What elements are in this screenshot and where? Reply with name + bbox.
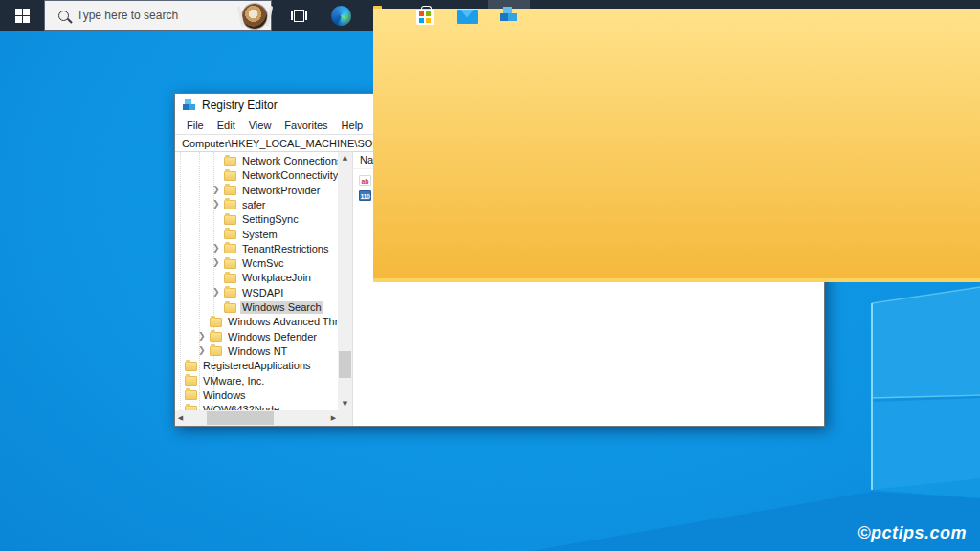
folder-icon bbox=[224, 171, 236, 181]
folder-icon bbox=[210, 332, 222, 342]
tree-vertical-scrollbar[interactable]: ▲ ▼ bbox=[338, 152, 352, 410]
tree-item-windows-advanced-threa[interactable]: Windows Advanced Threa bbox=[175, 315, 338, 329]
menu-edit[interactable]: Edit bbox=[211, 118, 242, 133]
folder-icon bbox=[185, 390, 197, 400]
expand-chevron-icon[interactable]: ❯ bbox=[212, 257, 220, 267]
tree-item-label[interactable]: WorkplaceJoin bbox=[240, 272, 313, 284]
scrollbar-thumb[interactable] bbox=[207, 411, 274, 425]
tree-item-windows[interactable]: Windows bbox=[175, 388, 338, 403]
folder-icon bbox=[224, 244, 236, 253]
menu-view[interactable]: View bbox=[242, 118, 278, 133]
tree-item-windows-defender[interactable]: ❯Windows Defender bbox=[175, 330, 338, 344]
folder-icon bbox=[224, 288, 236, 298]
scrollbar-corner bbox=[338, 410, 352, 426]
tree-item-label[interactable]: Windows NT bbox=[226, 345, 289, 358]
folder-icon bbox=[210, 318, 222, 327]
expand-chevron-icon[interactable]: ❯ bbox=[198, 345, 206, 355]
expand-chevron-icon[interactable]: ❯ bbox=[212, 185, 220, 194]
store-icon bbox=[416, 10, 434, 25]
taskbar-search-box[interactable]: Type here to search bbox=[44, 0, 272, 31]
expand-chevron-icon[interactable]: ❯ bbox=[212, 199, 220, 209]
tree-item-label[interactable]: Windows Advanced Threa bbox=[226, 316, 338, 328]
tree-item-label[interactable]: Windows Defender bbox=[226, 331, 319, 343]
folder-icon bbox=[224, 303, 236, 313]
expand-chevron-icon[interactable]: ❯ bbox=[212, 243, 220, 253]
tree-item-windows-nt[interactable]: ❯Windows NT bbox=[175, 344, 338, 359]
scroll-up-icon[interactable]: ▲ bbox=[338, 155, 352, 162]
folder-icon bbox=[224, 230, 236, 239]
file-explorer-icon bbox=[373, 9, 393, 24]
folder-icon bbox=[224, 157, 236, 166]
folder-icon bbox=[224, 215, 236, 225]
taskbar-pinned-apps bbox=[278, 0, 530, 31]
reg-sz-icon: ab bbox=[359, 175, 371, 186]
tree-item-registeredapplications[interactable]: RegisteredApplications bbox=[175, 359, 338, 373]
tree-item-label[interactable]: Windows bbox=[201, 389, 248, 402]
registry-editor-icon bbox=[183, 99, 196, 112]
tree-item-wcmsvc[interactable]: ❯WcmSvc bbox=[175, 256, 338, 271]
search-highlight-food-icon[interactable] bbox=[242, 4, 267, 29]
folder-icon bbox=[185, 376, 197, 386]
search-icon bbox=[58, 11, 69, 21]
tree-item-label[interactable]: System bbox=[240, 229, 279, 241]
menu-help[interactable]: Help bbox=[335, 118, 370, 133]
edge-button[interactable] bbox=[320, 0, 362, 31]
tree-item-label[interactable]: VMware, Inc. bbox=[201, 375, 266, 387]
tree-item-label[interactable]: NetworkConnectivityS bbox=[240, 169, 338, 182]
tree-item-label[interactable]: RegisteredApplications bbox=[201, 360, 313, 372]
tree-item-safer[interactable]: ❯safer bbox=[175, 198, 338, 212]
reg-dword-icon: 110 bbox=[359, 190, 371, 201]
tree-item-label[interactable]: WcmSvc bbox=[240, 257, 285, 270]
tree-item-label[interactable]: safer bbox=[240, 199, 267, 211]
taskbar: Type here to search bbox=[0, 0, 980, 31]
tree-item-label[interactable]: Network Connections bbox=[240, 155, 338, 167]
tree-item-vmware-inc-[interactable]: VMware, Inc. bbox=[175, 374, 338, 388]
scroll-down-icon[interactable]: ▼ bbox=[338, 401, 352, 408]
tree-item-label[interactable]: NetworkProvider bbox=[240, 185, 322, 197]
folder-icon bbox=[224, 200, 236, 209]
tree-item-workplacejoin[interactable]: WorkplaceJoin bbox=[175, 271, 338, 285]
registry-tree: Network ConnectionsNetworkConnectivityS❯… bbox=[175, 152, 338, 410]
window-title: Registry Editor bbox=[202, 99, 278, 112]
tree-item-wow6432node[interactable]: WOW6432Node bbox=[175, 403, 338, 410]
search-placeholder: Type here to search bbox=[77, 9, 178, 22]
menu-file[interactable]: File bbox=[180, 118, 211, 133]
tree-item-system[interactable]: System bbox=[175, 228, 338, 242]
folder-icon bbox=[224, 259, 236, 269]
tree-item-wsdapi[interactable]: ❯WSDAPI bbox=[175, 286, 338, 300]
tree-item-networkprovider[interactable]: ❯NetworkProvider bbox=[175, 184, 338, 198]
start-button[interactable] bbox=[0, 0, 44, 31]
tree-item-settingsync[interactable]: SettingSync bbox=[175, 212, 338, 227]
task-view-icon bbox=[291, 9, 307, 23]
folder-icon bbox=[185, 362, 197, 371]
folder-icon bbox=[210, 346, 222, 356]
tree-item-network-connections[interactable]: Network Connections bbox=[175, 154, 338, 168]
windows-logo-icon bbox=[15, 9, 30, 23]
tree-item-label[interactable]: WSDAPI bbox=[240, 287, 285, 299]
registry-tree-pane: Network ConnectionsNetworkConnectivityS❯… bbox=[175, 152, 353, 426]
folder-icon bbox=[224, 274, 236, 283]
watermark: ©pctips.com bbox=[858, 523, 967, 543]
scrollbar-thumb[interactable] bbox=[339, 351, 351, 378]
task-view-button[interactable] bbox=[278, 0, 320, 31]
file-explorer-button[interactable] bbox=[362, 0, 404, 31]
tree-item-label[interactable]: SettingSync bbox=[240, 213, 301, 226]
tree-item-label[interactable]: TenantRestrictions bbox=[240, 243, 331, 255]
scroll-left-icon[interactable]: ◀ bbox=[175, 415, 188, 422]
tree-item-networkconnectivitys[interactable]: NetworkConnectivityS bbox=[175, 168, 338, 183]
tree-item-tenantrestrictions[interactable]: ❯TenantRestrictions bbox=[175, 242, 338, 256]
tree-item-label[interactable]: Windows Search bbox=[240, 301, 323, 314]
registry-editor-icon bbox=[500, 7, 519, 24]
mail-icon bbox=[457, 10, 478, 24]
folder-icon bbox=[224, 186, 236, 195]
tree-item-windows-search[interactable]: Windows Search bbox=[175, 300, 338, 315]
menu-favorites[interactable]: Favorites bbox=[278, 118, 334, 133]
expand-chevron-icon[interactable]: ❯ bbox=[212, 287, 220, 297]
tree-item-label[interactable]: WOW6432Node bbox=[201, 404, 281, 410]
edge-icon bbox=[331, 6, 351, 26]
expand-chevron-icon[interactable]: ❯ bbox=[198, 331, 206, 341]
tree-horizontal-scrollbar[interactable]: ◀ ▶ bbox=[175, 410, 339, 426]
